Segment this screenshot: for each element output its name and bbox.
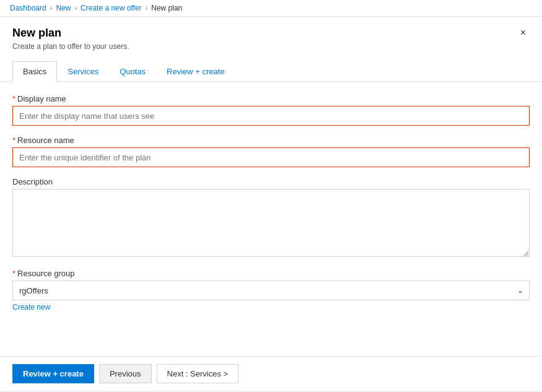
description-label: Description bbox=[12, 177, 530, 186]
description-group: Description bbox=[12, 177, 530, 259]
panel-body: *Display name *Resource name Description… bbox=[0, 82, 542, 356]
display-name-required-star: * bbox=[12, 94, 15, 103]
display-name-label: *Display name bbox=[12, 94, 530, 103]
new-plan-panel: New plan Create a plan to offer to your … bbox=[0, 17, 542, 391]
tab-services[interactable]: Services bbox=[57, 61, 109, 82]
breadcrumb-current: New plan bbox=[151, 4, 182, 12]
breadcrumb-create-new-offer[interactable]: Create a new offer bbox=[81, 4, 142, 12]
breadcrumb-sep-2: › bbox=[74, 4, 77, 12]
tab-review-create[interactable]: Review + create bbox=[156, 61, 235, 82]
resource-name-label: *Resource name bbox=[12, 136, 530, 145]
tab-basics[interactable]: Basics bbox=[12, 61, 57, 82]
resource-name-group: *Resource name bbox=[12, 136, 530, 167]
resource-group-required-star: * bbox=[12, 269, 15, 278]
review-create-button[interactable]: Review + create bbox=[12, 364, 94, 383]
previous-button[interactable]: Previous bbox=[99, 364, 152, 383]
breadcrumb-sep-1: › bbox=[50, 4, 53, 12]
resource-group-select-wrapper: rgOffers ⌄ bbox=[12, 281, 530, 300]
display-name-input[interactable] bbox=[12, 106, 530, 126]
panel-header: New plan Create a plan to offer to your … bbox=[0, 17, 542, 82]
breadcrumb-sep-3: › bbox=[146, 4, 148, 12]
resource-group-select[interactable]: rgOffers bbox=[12, 281, 530, 300]
panel-subtitle: Create a plan to offer to your users. bbox=[12, 42, 129, 51]
resource-group-group: *Resource group rgOffers ⌄ Create new bbox=[12, 269, 530, 311]
tabs-container: Basics Services Quotas Review + create bbox=[12, 61, 530, 81]
close-button[interactable]: × bbox=[517, 27, 530, 39]
resource-group-label: *Resource group bbox=[12, 269, 530, 278]
breadcrumb-dashboard[interactable]: Dashboard bbox=[10, 4, 46, 12]
breadcrumb-new[interactable]: New bbox=[56, 4, 71, 12]
resource-name-input[interactable] bbox=[12, 147, 530, 167]
panel-footer: Review + create Previous Next : Services… bbox=[0, 356, 542, 391]
resource-name-required-star: * bbox=[12, 136, 15, 145]
breadcrumb: Dashboard › New › Create a new offer › N… bbox=[0, 0, 542, 17]
display-name-group: *Display name bbox=[12, 94, 530, 126]
panel-title: New plan bbox=[12, 27, 129, 40]
tab-quotas[interactable]: Quotas bbox=[109, 61, 156, 82]
description-textarea[interactable] bbox=[12, 189, 530, 257]
create-new-link[interactable]: Create new bbox=[12, 303, 50, 311]
next-services-button[interactable]: Next : Services > bbox=[157, 364, 239, 383]
